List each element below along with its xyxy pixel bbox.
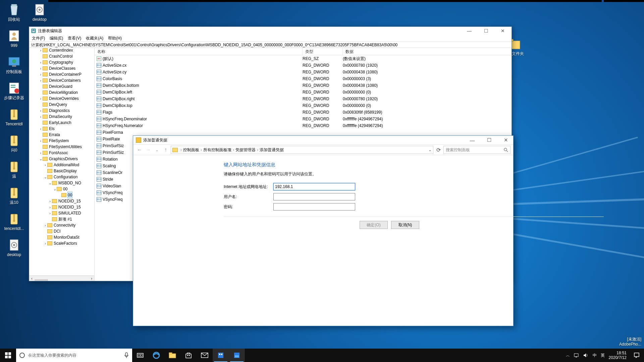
col-type[interactable]: 类型 [303,48,343,55]
expand-icon[interactable]: ⌄ [53,186,57,192]
expand-icon[interactable]: › [39,59,43,65]
search-box[interactable]: 搜索控制面板 [443,146,511,154]
col-name[interactable]: 名称 [95,48,303,55]
cancel-button[interactable]: 取消(N) [391,221,419,229]
tree-node[interactable]: ›NOEDID_15 [29,204,82,210]
taskbar-app-1[interactable] [213,349,229,362]
tree-node[interactable]: ⌄Configuration [29,174,82,180]
dialog-maximize-button[interactable]: ☐ [482,136,496,144]
expand-icon[interactable]: › [48,204,52,210]
menu-item[interactable]: 文件(F) [32,36,45,41]
nav-back-icon[interactable]: ← [136,146,143,154]
desktop-icon-控制面板[interactable]: 控制面板 [1,54,27,80]
regedit-address[interactable]: 计算机\HKEY_LOCAL_MACHINE\SYSTEM\ControlSet… [29,42,512,48]
expand-icon[interactable]: › [48,198,52,204]
col-data[interactable]: 数据 [343,48,512,55]
dialog-minimize-button[interactable]: — [465,136,480,144]
tree-node[interactable]: DCI [29,228,82,234]
expand-icon[interactable]: › [39,96,43,102]
desktop-icon-步骤记录器[interactable]: 步骤记录器 [1,80,27,107]
tree-node[interactable]: FileSystemUtilities [29,144,82,150]
start-button[interactable] [0,349,16,362]
dialog-close-button[interactable]: ✕ [498,136,513,144]
tree-node[interactable]: 新项 #1 [29,216,82,222]
table-row[interactable]: 011HSyncFreq.DenominatorREG_DWORD0xfffff… [95,116,512,122]
tree-node[interactable]: ⌄GraphicsDrivers [29,156,82,162]
tree-node[interactable]: MonitorDataSt [29,234,82,240]
expand-icon[interactable]: ⌄ [43,174,47,180]
expand-icon[interactable]: › [39,77,43,83]
desktop-icon-温10[interactable]: 温10 [1,185,27,211]
dialog-titlebar[interactable]: 添加普通凭据 — ☐ ✕ [133,136,513,144]
expand-icon[interactable]: › [39,65,43,71]
close-button[interactable]: ✕ [495,27,510,35]
tree-node[interactable]: ›Cryptography [29,59,82,65]
desktop-icon-问0[interactable]: 问0 [1,133,27,159]
expand-icon[interactable]: › [39,150,43,156]
address-input[interactable] [273,183,355,190]
expand-icon[interactable]: › [39,108,43,114]
nav-recent-icon[interactable]: ⌄ [153,146,161,154]
search-icon[interactable] [504,148,508,152]
tree-node[interactable]: ⌄MSBDD_NO [29,180,82,186]
nav-up-icon[interactable]: ↑ [162,146,169,154]
maximize-button[interactable]: ☐ [479,27,493,35]
tree-hscrollbar[interactable]: ‹ › [29,276,94,281]
table-row[interactable]: 011PixelForma [95,129,512,136]
tree-node[interactable]: BasicDisplay [29,168,82,174]
expand-icon[interactable]: › [43,222,47,228]
tree-node[interactable]: ⌄00 [29,186,82,192]
edge-button[interactable] [148,349,164,362]
table-row[interactable]: 011DwmClipBox.rightREG_DWORD0x00000780 (… [95,96,512,102]
tree-node[interactable]: ›ScaleFactors [29,240,82,246]
breadcrumb-dropdown-icon[interactable]: ⌄ [428,147,432,152]
tree-node[interactable]: DeviceMigration [29,89,82,96]
action-center-button[interactable] [629,349,644,362]
crumb-0[interactable]: 控制面板 [183,147,199,153]
tree-node[interactable]: ›DeviceContainerP [29,71,82,77]
taskbar-app-2[interactable] [229,349,245,362]
tree-node[interactable]: ›DeviceContainers [29,77,82,83]
table-row[interactable]: 011HSyncFreq.NumeratorREG_DWORD0xfffffff… [95,122,512,129]
desktop-icon-desktop[interactable]: desktop [27,2,52,28]
ime-lang[interactable]: 中 [593,353,597,358]
desktop-icon-温[interactable]: 温 [1,159,27,185]
menu-item[interactable]: 收藏夹(A) [86,36,103,41]
password-input[interactable] [273,203,355,210]
table-row[interactable]: 011ActiveSize.cyREG_DWORD0x00000438 (108… [95,69,512,75]
table-row[interactable]: 011DwmClipBox.topREG_DWORD0x00000000 (0) [95,102,512,109]
crumb-3[interactable]: 添加普通凭据 [260,147,284,153]
tree-node[interactable]: CrashControl [29,53,82,59]
tree-node[interactable]: DeviceGuard [29,83,82,89]
crumb-2[interactable]: 凭据管理器 [235,147,256,153]
mail-button[interactable] [197,349,213,362]
tree-node[interactable]: ›Connectivity [29,222,82,228]
expand-icon[interactable]: › [39,48,43,53]
file-explorer-button[interactable] [164,349,180,362]
menu-item[interactable]: 编辑(E) [50,36,63,41]
expand-icon[interactable]: › [39,138,43,144]
volume-icon[interactable] [583,353,589,358]
expand-icon[interactable]: › [43,162,47,168]
mic-icon[interactable] [124,352,129,358]
table-row[interactable]: 011ActiveSize.cxREG_DWORD0x00000780 (192… [95,62,512,69]
expand-icon[interactable]: › [39,71,43,77]
desktop-icon-desktop[interactable]: desktop [1,237,27,263]
tree-node[interactable]: Errata [29,132,82,138]
tree-node[interactable]: EarlyLaunch [29,120,82,126]
regedit-titlebar[interactable]: 注册表编辑器 — ☐ ✕ [29,27,512,35]
scroll-left-icon[interactable]: ‹ [29,276,35,281]
desktop-icon-999[interactable]: 999 [1,28,27,54]
scroll-right-icon[interactable]: › [89,276,94,281]
tree-node[interactable]: ›AdditionalMod [29,162,82,168]
tree-node[interactable]: DevQuery [29,102,82,108]
tree-node[interactable]: ›DeviceOverrides [29,96,82,102]
breadcrumb[interactable]: › 控制面板› 所有控制面板项› 凭据管理器› 添加普通凭据 ⌄ [171,146,433,154]
table-row[interactable]: 011FlagsREG_DWORD0x00830f8f (8589199) [95,109,512,116]
refresh-icon[interactable]: ⟳ [435,146,442,154]
menu-item[interactable]: 查看(V) [68,36,81,41]
desktop-icon-回收站[interactable]: 回收站 [1,2,27,28]
ime-sub[interactable]: 英 [601,353,605,358]
tree-node[interactable]: ›ContentIndex [29,48,82,53]
taskbar-search[interactable]: 在这里输入你要搜索的内容 [16,349,132,362]
